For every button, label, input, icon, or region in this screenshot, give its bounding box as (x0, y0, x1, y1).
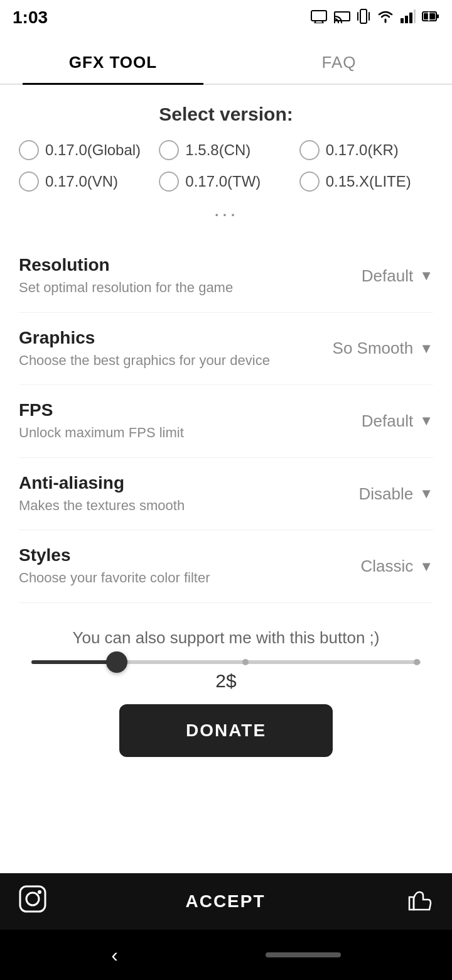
donate-button[interactable]: DONATE (119, 704, 333, 757)
version-grid: 0.17.0(Global) 1.5.8(CN) 0.17.0(KR) 0.17… (19, 140, 433, 192)
radio-kr (299, 140, 320, 160)
antialiasing-info: Anti-aliasing Makes the textures smooth (19, 473, 320, 515)
status-bar: 1:03 (0, 0, 452, 35)
version-tw[interactable]: 0.17.0(TW) (159, 172, 293, 192)
svg-rect-14 (436, 14, 439, 18)
styles-name: Styles (19, 545, 308, 565)
antialiasing-value: Disable (359, 484, 414, 504)
resolution-value: Default (362, 266, 413, 286)
graphics-info: Graphics Choose the best graphics for yo… (19, 328, 320, 370)
svg-point-18 (26, 893, 39, 905)
svg-rect-6 (360, 9, 367, 23)
version-kr-label: 0.17.0(KR) (326, 141, 399, 159)
version-vn-label: 0.17.0(VN) (45, 173, 118, 190)
tv-icon (310, 9, 328, 26)
back-button[interactable]: ‹ (111, 944, 118, 967)
version-tw-label: 0.17.0(TW) (185, 173, 261, 190)
radio-cn (159, 140, 179, 160)
radio-lite (299, 172, 320, 192)
home-pill[interactable] (266, 952, 341, 957)
settings-section: Resolution Set optimal resolution for th… (19, 234, 433, 609)
version-global[interactable]: 0.17.0(Global) (19, 140, 153, 160)
resolution-info: Resolution Set optimal resolution for th… (19, 255, 320, 297)
version-vn[interactable]: 0.17.0(VN) (19, 172, 153, 192)
instagram-icon[interactable] (19, 885, 46, 918)
more-dots[interactable]: ... (19, 198, 433, 221)
svg-point-19 (38, 890, 41, 894)
version-cn-label: 1.5.8(CN) (185, 141, 250, 159)
tab-faq[interactable]: FAQ (226, 35, 452, 84)
graphics-row: Graphics Choose the best graphics for yo… (19, 313, 433, 386)
graphics-desc: Choose the best graphics for your device (19, 352, 308, 370)
tab-bar: GFX TOOL FAQ (0, 35, 452, 85)
svg-rect-9 (401, 18, 404, 23)
vibrate-icon (357, 8, 370, 28)
fps-row: FPS Unlock maximum FPS limit Default ▼ (19, 385, 433, 458)
styles-info: Styles Choose your favorite color filter (19, 545, 320, 587)
fps-value: Default (362, 411, 413, 431)
accept-button[interactable]: ACCEPT (59, 879, 392, 924)
main-content: Select version: 0.17.0(Global) 1.5.8(CN)… (0, 85, 452, 901)
resolution-control[interactable]: Default ▼ (320, 266, 433, 286)
version-cn[interactable]: 1.5.8(CN) (159, 140, 293, 160)
version-lite[interactable]: 0.15.X(LITE) (299, 172, 433, 192)
graphics-control[interactable]: So Smooth ▼ (320, 339, 433, 358)
bottom-bar: ACCEPT (0, 873, 452, 930)
tab-gfx-tool[interactable]: GFX TOOL (0, 35, 226, 84)
wifi-icon (377, 9, 394, 26)
status-icons (310, 8, 439, 28)
svg-rect-0 (311, 11, 326, 21)
radio-vn (19, 172, 39, 192)
slider-value: 2$ (19, 670, 433, 692)
status-time: 1:03 (13, 8, 48, 28)
styles-value: Classic (360, 557, 413, 576)
slider-dot-end (414, 659, 420, 665)
antialiasing-control[interactable]: Disable ▼ (320, 484, 433, 504)
like-icon[interactable] (404, 886, 433, 918)
fps-control[interactable]: Default ▼ (320, 411, 433, 431)
version-global-label: 0.17.0(Global) (45, 141, 141, 159)
fps-info: FPS Unlock maximum FPS limit (19, 400, 320, 442)
support-text: You can also support me with this button… (19, 628, 433, 648)
graphics-name: Graphics (19, 328, 308, 348)
signal-icon (401, 9, 416, 26)
version-title: Select version: (19, 104, 433, 125)
antialiasing-row: Anti-aliasing Makes the textures smooth … (19, 458, 433, 531)
styles-arrow: ▼ (419, 558, 433, 575)
styles-desc: Choose your favorite color filter (19, 569, 308, 587)
nav-bar: ‹ (0, 930, 452, 980)
graphics-arrow: ▼ (419, 340, 433, 357)
resolution-desc: Set optimal resolution for the game (19, 279, 308, 297)
fps-name: FPS (19, 400, 308, 420)
fps-desc: Unlock maximum FPS limit (19, 424, 308, 442)
styles-control[interactable]: Classic ▼ (320, 557, 433, 576)
slider-thumb[interactable] (106, 651, 127, 673)
antialiasing-name: Anti-aliasing (19, 473, 308, 493)
radio-global (19, 140, 39, 160)
battery-icon (422, 11, 439, 25)
fps-arrow: ▼ (419, 413, 433, 429)
svg-rect-17 (20, 886, 45, 912)
styles-row: Styles Choose your favorite color filter… (19, 530, 433, 603)
svg-rect-12 (414, 9, 416, 23)
antialiasing-desc: Makes the textures smooth (19, 497, 308, 515)
svg-rect-11 (409, 13, 412, 23)
cast-icon (334, 9, 350, 26)
resolution-arrow: ▼ (419, 268, 433, 284)
slider-track[interactable] (31, 660, 421, 664)
slider-fill (31, 660, 117, 664)
resolution-name: Resolution (19, 255, 308, 275)
graphics-value: So Smooth (333, 339, 414, 358)
donation-slider-container[interactable] (19, 660, 433, 664)
resolution-row: Resolution Set optimal resolution for th… (19, 240, 433, 313)
version-kr[interactable]: 0.17.0(KR) (299, 140, 433, 160)
slider-dot-mid (242, 659, 249, 665)
radio-tw (159, 172, 179, 192)
antialiasing-arrow: ▼ (419, 486, 433, 502)
svg-rect-10 (405, 16, 408, 23)
version-lite-label: 0.15.X(LITE) (326, 173, 411, 190)
